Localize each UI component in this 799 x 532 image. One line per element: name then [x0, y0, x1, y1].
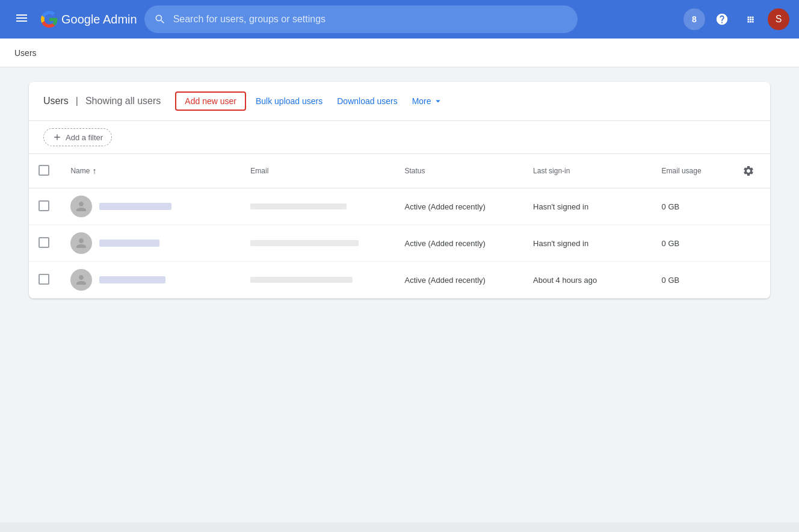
- sort-arrow-icon: ↑: [92, 166, 96, 176]
- row3-checkbox-cell: [29, 262, 61, 298]
- search-input[interactable]: [173, 14, 568, 25]
- add-filter-button[interactable]: Add a filter: [43, 128, 112, 146]
- topbar: Google Admin 8 S: [0, 0, 799, 39]
- table-row: Active (Added recently) Hasn't signed in…: [29, 225, 770, 262]
- users-card: Users | Showing all users Add new user B…: [29, 82, 770, 298]
- row3-avatar: [70, 269, 92, 291]
- row3-status: Active (Added recently): [405, 276, 486, 285]
- row3-checkbox[interactable]: [39, 274, 49, 285]
- row1-email-usage: 0 GB: [662, 202, 680, 211]
- row1-email-cell: [241, 188, 395, 225]
- name-sort-button[interactable]: Name ↑: [70, 166, 231, 176]
- row1-name-cell[interactable]: [61, 188, 241, 225]
- row3-name-blurred: [99, 276, 165, 283]
- main-content: Users | Showing all users Add new user B…: [0, 67, 799, 313]
- row3-email-usage: 0 GB: [662, 276, 680, 285]
- col-email-usage-label: Email usage: [662, 167, 702, 175]
- table-row: Active (Added recently) About 4 hours ag…: [29, 262, 770, 298]
- row2-email-blurred: [250, 240, 359, 246]
- row1-signin-cell: Hasn't signed in: [523, 188, 652, 225]
- row1-user-cell: [70, 196, 231, 217]
- col-status-label: Status: [405, 167, 425, 175]
- row2-status: Active (Added recently): [405, 239, 486, 248]
- horizontal-scrollbar[interactable]: [0, 522, 799, 532]
- row1-name-blurred: [99, 203, 171, 210]
- search-bar[interactable]: [144, 5, 578, 33]
- topbar-right: 8 S: [683, 7, 789, 31]
- row1-email-blurred: [250, 203, 347, 209]
- user-icon: [74, 236, 88, 250]
- row1-status-cell: Active (Added recently): [395, 188, 524, 225]
- row1-signin: Hasn't signed in: [533, 202, 588, 211]
- bulk-upload-button[interactable]: Bulk upload users: [251, 93, 327, 110]
- row2-settings-cell: [729, 225, 770, 262]
- user-icon: [74, 273, 88, 287]
- menu-icon[interactable]: [10, 6, 34, 33]
- row3-email-usage-cell: 0 GB: [652, 262, 729, 298]
- col-name-label: Name: [70, 167, 90, 175]
- badge-number: 8: [692, 14, 697, 24]
- help-icon: [715, 13, 729, 26]
- search-icon: [154, 13, 166, 25]
- plus-icon: [52, 132, 62, 142]
- header-checkbox-col: [29, 154, 61, 188]
- avatar-letter: S: [776, 14, 782, 25]
- add-filter-label: Add a filter: [66, 133, 103, 142]
- row1-avatar: [70, 196, 92, 217]
- breadcrumb-bar: Users: [0, 39, 799, 67]
- chevron-down-icon: [433, 96, 443, 107]
- apps-button[interactable]: [739, 7, 763, 31]
- row1-checkbox[interactable]: [39, 200, 49, 211]
- table-header-row: Name ↑ Email Status Last sign-in Emai: [29, 154, 770, 188]
- download-users-button[interactable]: Download users: [332, 93, 402, 110]
- toolbar-title: Users: [43, 96, 69, 107]
- card-toolbar: Users | Showing all users Add new user B…: [29, 82, 770, 121]
- header-name-col[interactable]: Name ↑: [61, 154, 241, 188]
- notifications-button[interactable]: 8: [683, 8, 705, 30]
- row1-settings-cell: [729, 188, 770, 225]
- row3-signin-cell: About 4 hours ago: [523, 262, 652, 298]
- row3-name-cell[interactable]: [61, 262, 241, 298]
- column-settings-icon[interactable]: [739, 161, 758, 181]
- filter-bar: Add a filter: [29, 121, 770, 154]
- row3-signin: About 4 hours ago: [533, 276, 597, 285]
- header-email-col: Email: [241, 154, 395, 188]
- more-button[interactable]: More: [407, 92, 448, 110]
- google-logo-icon: [41, 11, 58, 28]
- add-new-user-button[interactable]: Add new user: [175, 91, 246, 111]
- header-email-usage-col: Email usage: [652, 154, 729, 188]
- header-signin-col: Last sign-in: [523, 154, 652, 188]
- row2-email-usage: 0 GB: [662, 239, 680, 248]
- user-icon: [74, 199, 88, 214]
- row1-status: Active (Added recently): [405, 202, 486, 211]
- app-name: Google Admin: [61, 13, 137, 26]
- row2-user-cell: [70, 232, 231, 254]
- apps-grid-icon: [744, 13, 757, 26]
- row2-email-cell: [241, 225, 395, 262]
- toolbar-separator: |: [76, 96, 78, 107]
- row1-email-usage-cell: 0 GB: [652, 188, 729, 225]
- row2-name-cell[interactable]: [61, 225, 241, 262]
- row2-avatar: [70, 232, 92, 254]
- row3-status-cell: Active (Added recently): [395, 262, 524, 298]
- breadcrumb: Users: [14, 48, 37, 58]
- row2-signin-cell: Hasn't signed in: [523, 225, 652, 262]
- help-button[interactable]: [710, 7, 734, 31]
- header-status-col: Status: [395, 154, 524, 188]
- table-row: Active (Added recently) Hasn't signed in…: [29, 188, 770, 225]
- col-signin-label: Last sign-in: [533, 167, 570, 175]
- toolbar-subtitle: Showing all users: [85, 96, 161, 107]
- row3-email-blurred: [250, 277, 353, 283]
- user-avatar-button[interactable]: S: [768, 8, 789, 30]
- row2-status-cell: Active (Added recently): [395, 225, 524, 262]
- row3-user-cell: [70, 269, 231, 291]
- row2-signin: Hasn't signed in: [533, 239, 588, 248]
- users-table: Name ↑ Email Status Last sign-in Emai: [29, 154, 770, 298]
- select-all-checkbox[interactable]: [39, 165, 49, 176]
- row2-checkbox-cell: [29, 225, 61, 262]
- row2-checkbox[interactable]: [39, 237, 49, 248]
- row3-settings-cell: [729, 262, 770, 298]
- row2-email-usage-cell: 0 GB: [652, 225, 729, 262]
- app-logo: Google Admin: [41, 11, 137, 28]
- row2-name-blurred: [99, 240, 159, 247]
